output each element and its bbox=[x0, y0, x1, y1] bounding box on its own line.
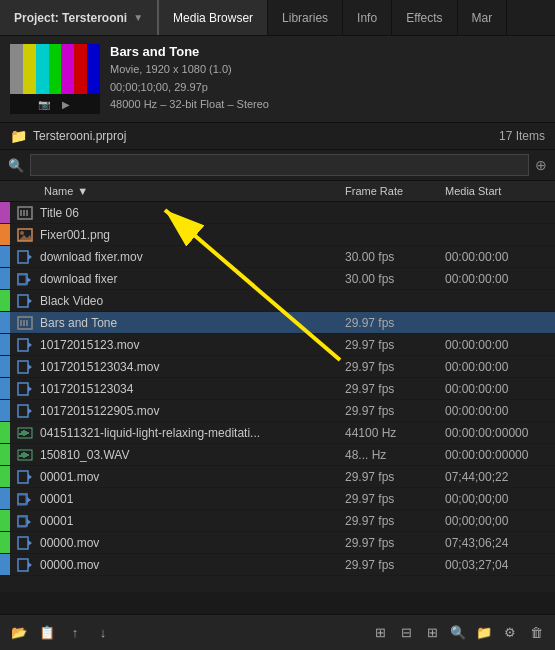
row-frame-rate: 29.97 fps bbox=[345, 360, 445, 374]
preview-title: Bars and Tone bbox=[110, 44, 545, 59]
row-file-icon bbox=[10, 338, 40, 352]
row-file-icon bbox=[10, 294, 40, 308]
col-name-header[interactable]: Name ▼ bbox=[40, 185, 345, 197]
table-row[interactable]: 1017201512303429.97 fps00:00:00:00 bbox=[0, 378, 555, 400]
row-file-icon bbox=[10, 272, 40, 286]
row-frame-rate: 29.97 fps bbox=[345, 536, 445, 550]
row-file-icon bbox=[10, 382, 40, 396]
new-bin-button[interactable]: 📂 bbox=[8, 622, 30, 644]
icon-view-button[interactable]: ⊟ bbox=[395, 622, 417, 644]
project-row: 📁 Tersterooni.prproj 17 Items bbox=[0, 123, 555, 150]
row-file-icon bbox=[10, 514, 40, 528]
row-media-start: 00:00:00:00000 bbox=[445, 448, 555, 462]
svg-marker-19 bbox=[28, 342, 32, 348]
find-icon-button[interactable]: 🔍 bbox=[447, 622, 469, 644]
preview-info: Bars and Tone Movie, 1920 x 1080 (1.0) 0… bbox=[110, 44, 545, 114]
tab-libraries[interactable]: Libraries bbox=[268, 0, 343, 35]
tab-project-arrow: ▼ bbox=[133, 12, 143, 23]
table-row[interactable]: download fixer.mov30.00 fps00:00:00:00 bbox=[0, 246, 555, 268]
table-row[interactable]: 10172015123.mov29.97 fps00:00:00:00 bbox=[0, 334, 555, 356]
row-color-swatch bbox=[0, 400, 10, 421]
row-file-name: Title 06 bbox=[40, 206, 345, 220]
tab-mar[interactable]: Mar bbox=[458, 0, 508, 35]
row-file-icon bbox=[10, 426, 40, 440]
row-file-icon bbox=[10, 250, 40, 264]
tab-effects-label: Effects bbox=[406, 11, 442, 25]
svg-rect-14 bbox=[18, 317, 32, 329]
row-color-swatch bbox=[0, 488, 10, 509]
row-color-swatch bbox=[0, 532, 10, 553]
table-row[interactable]: 10172015122905.mov29.97 fps00:00:00:00 bbox=[0, 400, 555, 422]
find-button[interactable]: ↓ bbox=[92, 622, 114, 644]
new-item-button[interactable]: 📋 bbox=[36, 622, 58, 644]
row-file-icon bbox=[10, 404, 40, 418]
svg-marker-13 bbox=[28, 298, 32, 304]
find-icon[interactable]: ⊕ bbox=[535, 157, 547, 173]
table-row[interactable]: 0000129.97 fps00;00;00;00 bbox=[0, 488, 555, 510]
tab-project[interactable]: Project: Tersterooni ▼ bbox=[0, 0, 159, 35]
project-file-name: Tersterooni.prproj bbox=[33, 129, 126, 143]
tab-info[interactable]: Info bbox=[343, 0, 392, 35]
col-color-header bbox=[0, 185, 10, 197]
row-file-name: 00000.mov bbox=[40, 536, 345, 550]
svg-marker-25 bbox=[28, 408, 32, 414]
col-name-label: Name bbox=[44, 185, 73, 197]
row-media-start: 00:00:00:00 bbox=[445, 360, 555, 374]
preview-meta-line2: 00;00;10;00, 29.97p bbox=[110, 79, 545, 97]
table-row[interactable]: 00001.mov29.97 fps07;44;00;22 bbox=[0, 466, 555, 488]
row-color-swatch bbox=[0, 378, 10, 399]
camera-icon: 📷 bbox=[37, 97, 51, 111]
row-file-icon bbox=[10, 228, 40, 242]
row-media-start: 07;44;00;22 bbox=[445, 470, 555, 484]
svg-rect-46 bbox=[18, 537, 28, 549]
freeform-view-button[interactable]: ⊞ bbox=[421, 622, 443, 644]
settings-button[interactable]: ⚙ bbox=[499, 622, 521, 644]
row-color-swatch bbox=[0, 312, 10, 333]
col-mediastart-header[interactable]: Media Start bbox=[445, 185, 555, 197]
automate-to-sequence-button[interactable]: ↑ bbox=[64, 622, 86, 644]
col-framerate-header[interactable]: Frame Rate bbox=[345, 185, 445, 197]
row-file-name: 00000.mov bbox=[40, 558, 345, 572]
svg-rect-12 bbox=[18, 295, 28, 307]
svg-marker-47 bbox=[28, 540, 32, 546]
list-view-button[interactable]: ⊞ bbox=[369, 622, 391, 644]
table-row[interactable]: 0000129.97 fps00;00;00;00 bbox=[0, 510, 555, 532]
tab-bar: Project: Tersterooni ▼ Media Browser Lib… bbox=[0, 0, 555, 36]
trash-button[interactable]: 🗑 bbox=[525, 622, 547, 644]
table-row[interactable]: Black Video bbox=[0, 290, 555, 312]
tab-info-label: Info bbox=[357, 11, 377, 25]
table-row[interactable]: Fixer001.png bbox=[0, 224, 555, 246]
row-file-name: 10172015123.mov bbox=[40, 338, 345, 352]
play-icon[interactable]: ▶ bbox=[59, 97, 73, 111]
tab-media-browser[interactable]: Media Browser bbox=[159, 0, 268, 35]
svg-marker-49 bbox=[28, 562, 32, 568]
table-row[interactable]: 041511321-liquid-light-relaxing-meditati… bbox=[0, 422, 555, 444]
row-file-icon bbox=[10, 558, 40, 572]
search-input[interactable] bbox=[30, 154, 529, 176]
table-row[interactable]: Bars and Tone29.97 fps bbox=[0, 312, 555, 334]
new-folder-button[interactable]: 📁 bbox=[473, 622, 495, 644]
svg-marker-8 bbox=[28, 254, 32, 260]
row-media-start: 00:00:00:00 bbox=[445, 382, 555, 396]
tab-project-label: Project: Tersterooni bbox=[14, 11, 127, 25]
table-row[interactable]: 00000.mov29.97 fps07;43;06;24 bbox=[0, 532, 555, 554]
table-row[interactable]: 150810_03.WAV48... Hz00:00:00:00000 bbox=[0, 444, 555, 466]
preview-thumbnail[interactable]: 📷 ▶ bbox=[10, 44, 100, 114]
preview-meta-line3: 48000 Hz – 32-bit Float – Stereo bbox=[110, 96, 545, 114]
row-media-start: 00;00;00;00 bbox=[445, 514, 555, 528]
file-list[interactable]: Title 06Fixer001.pngdownload fixer.mov30… bbox=[0, 202, 555, 592]
table-row[interactable]: 00000.mov29.97 fps00;03;27;04 bbox=[0, 554, 555, 576]
row-frame-rate: 29.97 fps bbox=[345, 470, 445, 484]
row-file-name: download fixer bbox=[40, 272, 345, 286]
row-color-swatch bbox=[0, 202, 10, 223]
row-file-name: 041511321-liquid-light-relaxing-meditati… bbox=[40, 426, 345, 440]
tab-effects[interactable]: Effects bbox=[392, 0, 457, 35]
toolbar-right: ⊞ ⊟ ⊞ 🔍 📁 ⚙ 🗑 bbox=[369, 622, 547, 644]
row-media-start: 00:00:00:00 bbox=[445, 272, 555, 286]
row-frame-rate: 30.00 fps bbox=[345, 272, 445, 286]
row-color-swatch bbox=[0, 510, 10, 531]
svg-marker-42 bbox=[27, 497, 31, 503]
table-row[interactable]: download fixer30.00 fps00:00:00:00 bbox=[0, 268, 555, 290]
table-row[interactable]: 10172015123034.mov29.97 fps00:00:00:00 bbox=[0, 356, 555, 378]
table-row[interactable]: Title 06 bbox=[0, 202, 555, 224]
